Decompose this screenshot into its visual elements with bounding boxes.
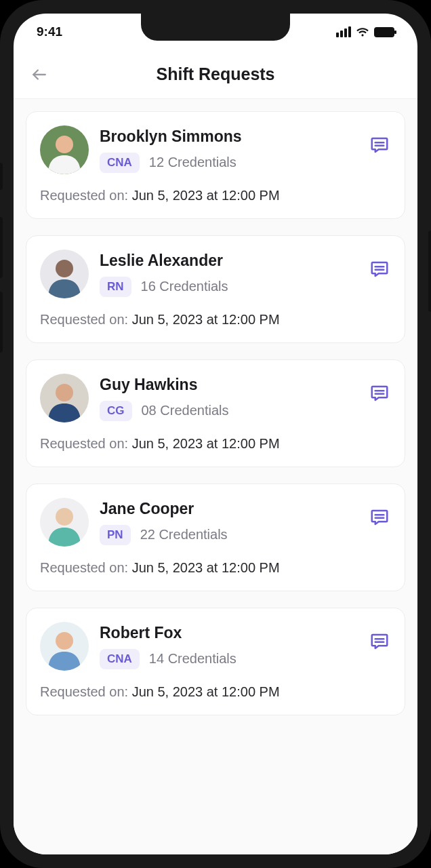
credentials-count: 12 Credentials [149, 155, 237, 170]
request-card[interactable]: Brooklyn SimmonsCNA12 CredentialsRequest… [26, 111, 405, 219]
chat-button[interactable] [368, 259, 391, 282]
chat-icon [369, 259, 390, 282]
chat-button[interactable] [368, 631, 391, 654]
credentials-count: 22 Credentials [140, 527, 228, 542]
requester-name: Robert Fox [100, 624, 391, 642]
role-badge: RN [100, 277, 131, 297]
role-badge: CNA [100, 649, 140, 669]
requested-on-line: Requested on: Jun 5, 2023 at 12:00 PM [40, 188, 391, 203]
requested-on-label: Requested on: [40, 560, 132, 575]
wifi-icon [356, 27, 369, 37]
requested-on-line: Requested on: Jun 5, 2023 at 12:00 PM [40, 312, 391, 328]
chat-icon [369, 383, 390, 406]
request-card[interactable]: Leslie AlexanderRN16 CredentialsRequeste… [26, 235, 405, 343]
requested-on-label: Requested on: [40, 436, 132, 451]
role-badge: CNA [100, 153, 140, 173]
requested-on-date: Jun 5, 2023 at 12:00 PM [132, 436, 280, 451]
chat-button[interactable] [368, 383, 391, 406]
avatar [40, 374, 89, 422]
requester-name: Brooklyn Simmons [100, 127, 391, 146]
requester-name: Jane Cooper [100, 500, 391, 518]
svg-point-18 [56, 632, 73, 650]
credentials-count: 08 Credentials [142, 403, 229, 418]
avatar [40, 250, 89, 298]
chat-icon [369, 631, 390, 654]
role-badge: PN [100, 525, 131, 545]
requested-on-label: Requested on: [40, 684, 132, 699]
back-button[interactable] [28, 64, 50, 85]
requester-name: Guy Hawkins [100, 376, 391, 394]
role-badge: CG [100, 401, 132, 421]
page-title: Shift Requests [156, 64, 274, 84]
requested-on-label: Requested on: [40, 312, 132, 327]
credentials-count: 14 Credentials [149, 651, 237, 667]
requested-on-date: Jun 5, 2023 at 12:00 PM [132, 188, 280, 203]
requested-on-date: Jun 5, 2023 at 12:00 PM [132, 312, 280, 327]
requester-name: Leslie Alexander [100, 252, 391, 270]
request-card[interactable]: Robert FoxCNA14 CredentialsRequested on:… [26, 608, 405, 715]
requested-on-line: Requested on: Jun 5, 2023 at 12:00 PM [40, 560, 391, 576]
chat-button[interactable] [368, 507, 391, 530]
battery-icon [374, 27, 394, 37]
arrow-left-icon [30, 66, 48, 83]
requests-list[interactable]: Brooklyn SimmonsCNA12 CredentialsRequest… [14, 99, 417, 854]
chat-icon [369, 135, 390, 158]
nav-header: Shift Requests [14, 50, 417, 99]
chat-button[interactable] [368, 135, 391, 158]
requested-on-line: Requested on: Jun 5, 2023 at 12:00 PM [40, 436, 391, 452]
avatar [40, 125, 89, 174]
cellular-icon [336, 26, 351, 37]
svg-point-14 [56, 508, 73, 526]
chat-icon [369, 507, 390, 530]
svg-point-6 [56, 260, 73, 277]
device-notch [141, 14, 290, 41]
requested-on-line: Requested on: Jun 5, 2023 at 12:00 PM [40, 684, 391, 700]
credentials-count: 16 Credentials [141, 279, 228, 294]
svg-point-2 [56, 136, 73, 153]
request-card[interactable]: Jane CooperPN22 CredentialsRequested on:… [26, 484, 405, 591]
svg-point-10 [56, 384, 73, 401]
requested-on-date: Jun 5, 2023 at 12:00 PM [132, 684, 280, 699]
requested-on-date: Jun 5, 2023 at 12:00 PM [132, 560, 280, 575]
request-card[interactable]: Guy HawkinsCG08 CredentialsRequested on:… [26, 359, 405, 467]
requested-on-label: Requested on: [40, 188, 132, 203]
avatar [40, 498, 89, 547]
status-time: 9:41 [37, 24, 62, 39]
avatar [40, 622, 89, 671]
